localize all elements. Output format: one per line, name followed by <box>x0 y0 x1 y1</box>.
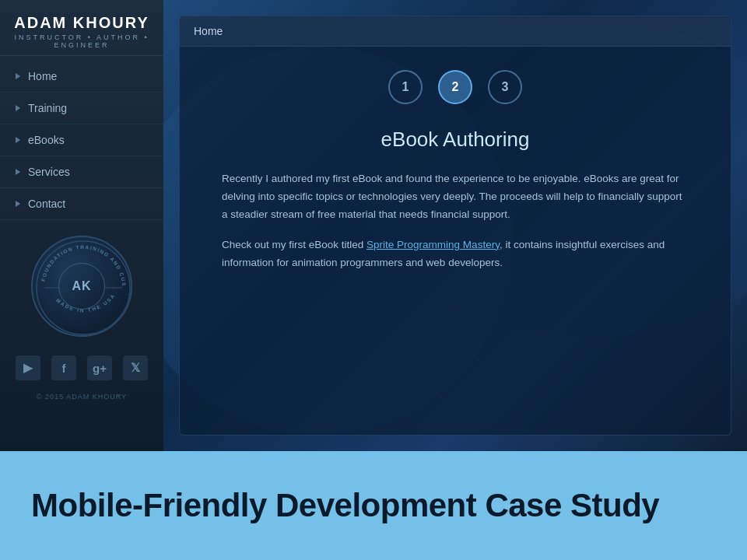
nav-link-home[interactable]: Home <box>0 61 163 92</box>
badge-inner: AK <box>58 263 105 310</box>
carousel-dots: 1 2 3 <box>388 70 522 104</box>
badge-initials: AK <box>72 279 91 293</box>
nav-label-ebooks: eBooks <box>28 134 65 146</box>
nav-item-contact[interactable]: Contact <box>0 188 163 220</box>
sidebar: ADAM KHOURY INSTRUCTOR • AUTHOR • ENGINE… <box>0 0 163 451</box>
panel-title: Home <box>194 25 223 37</box>
banner-text: Mobile-Friendly Development Case Study <box>31 487 659 524</box>
slide-title: eBook Authoring <box>381 128 530 152</box>
nav-arrow-contact <box>16 201 20 207</box>
nav-label-home: Home <box>28 70 57 82</box>
panel-header: Home <box>180 16 731 47</box>
sidebar-logo: ADAM KHOURY INSTRUCTOR • AUTHOR • ENGINE… <box>0 0 163 56</box>
nav-label-contact: Contact <box>28 198 65 210</box>
facebook-icon[interactable]: f <box>51 355 76 380</box>
slide-link[interactable]: Sprite Programming Mastery <box>366 239 500 250</box>
panel-body: 1 2 3 eBook Authoring Recently I authore… <box>180 47 731 435</box>
content-area: Home 1 2 3 eBook <box>163 0 747 451</box>
badge-circle: FOUNDATION TRAINING AND CUSTOM MADE IN T… <box>31 236 132 337</box>
bottom-banner: Mobile-Friendly Development Case Study <box>0 451 747 560</box>
nav-arrow-ebooks <box>16 137 20 143</box>
twitter-icon[interactable]: 𝕏 <box>123 355 148 380</box>
googleplus-icon[interactable]: g+ <box>87 355 112 380</box>
carousel-dot-2[interactable]: 2 <box>438 70 472 104</box>
youtube-icon[interactable]: ▶ <box>16 355 40 380</box>
carousel-dot-1[interactable]: 1 <box>388 70 423 104</box>
page-wrapper: ADAM KHOURY INSTRUCTOR • AUTHOR • ENGINE… <box>0 0 747 560</box>
nav-item-training[interactable]: Training <box>0 93 163 124</box>
nav-label-services: Services <box>28 166 70 178</box>
nav-arrow-home <box>16 73 20 79</box>
carousel-dot-3[interactable]: 3 <box>488 70 522 104</box>
site-name: ADAM KHOURY <box>8 14 156 31</box>
nav-arrow-services <box>16 169 20 175</box>
nav-item-home[interactable]: Home <box>0 61 163 93</box>
nav-item-services[interactable]: Services <box>0 156 163 188</box>
social-icons-row: ▶ f g+ 𝕏 <box>16 355 148 380</box>
nav-link-services[interactable]: Services <box>0 156 163 187</box>
content-panel: Home 1 2 3 eBook <box>179 16 731 436</box>
nav-item-ebooks[interactable]: eBooks <box>0 124 163 156</box>
nav-list: Home Training eBooks <box>0 61 163 220</box>
main-area: ADAM KHOURY INSTRUCTOR • AUTHOR • ENGINE… <box>0 0 747 451</box>
copyright-text: © 2015 ADAM KHOURY <box>37 393 127 401</box>
nav-link-contact[interactable]: Contact <box>0 188 163 219</box>
nav-link-training[interactable]: Training <box>0 93 163 124</box>
slide-text-2: Check out my first eBook titled Sprite P… <box>222 236 689 272</box>
nav-label-training: Training <box>28 102 67 114</box>
nav-arrow-training <box>16 105 20 111</box>
badge-logo: FOUNDATION TRAINING AND CUSTOM MADE IN T… <box>31 236 132 337</box>
nav-link-ebooks[interactable]: eBooks <box>0 124 163 156</box>
site-subtitle: INSTRUCTOR • AUTHOR • ENGINEER <box>8 33 156 49</box>
slide-text-2-before: Check out my first eBook titled <box>222 239 366 250</box>
slide-text-1: Recently I authored my first eBook and f… <box>222 170 689 224</box>
